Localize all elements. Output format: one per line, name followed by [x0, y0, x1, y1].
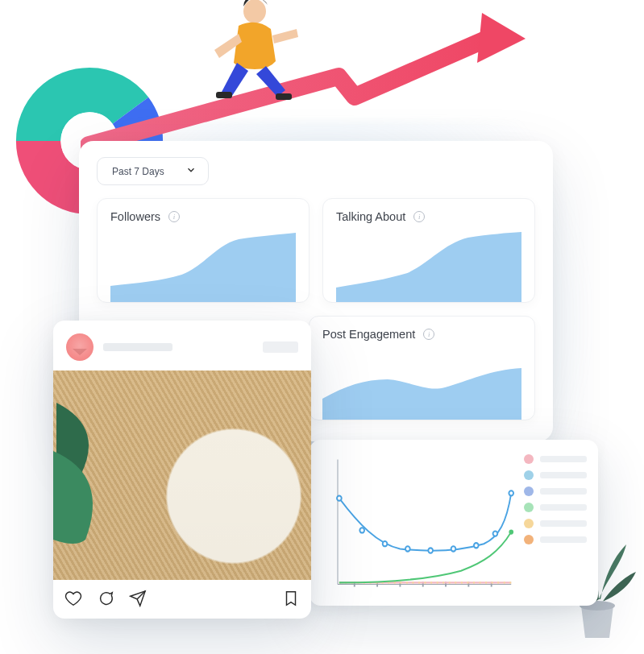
followers-sparkline	[110, 230, 296, 302]
avatar[interactable]	[66, 333, 93, 361]
plant-leaf-decor	[53, 395, 121, 556]
followers-title: Followers	[110, 210, 160, 223]
legend-item	[524, 486, 587, 496]
info-icon[interactable]: i	[168, 211, 180, 222]
talking-about-title: Talking About	[336, 210, 405, 223]
send-icon[interactable]	[129, 590, 147, 607]
followers-card: Followers i	[97, 198, 310, 303]
legend-item	[524, 470, 587, 480]
post-engagement-title: Post Engagement	[322, 328, 415, 341]
post-engagement-sparkline	[322, 347, 521, 420]
svg-point-22	[451, 546, 456, 551]
header-placeholder	[263, 341, 298, 353]
date-range-select[interactable]: Past 7 Days	[97, 157, 209, 185]
talking-about-card: Talking About i	[322, 198, 535, 303]
svg-point-24	[493, 531, 498, 536]
svg-point-4	[243, 0, 266, 23]
person-illustration	[198, 0, 303, 130]
svg-point-18	[359, 528, 364, 532]
svg-rect-6	[276, 93, 292, 100]
info-icon[interactable]: i	[413, 211, 425, 222]
legend-item	[524, 503, 587, 512]
svg-point-17	[337, 495, 342, 500]
svg-point-23	[474, 543, 479, 548]
legend-item	[524, 454, 587, 464]
post-actions	[53, 580, 311, 619]
post-engagement-card: Post Engagement i	[309, 316, 535, 420]
chevron-down-icon	[185, 164, 197, 178]
bookmark-icon[interactable]	[282, 590, 300, 607]
chart-legend	[524, 451, 587, 594]
legend-item	[524, 519, 587, 528]
svg-rect-5	[216, 92, 232, 98]
post-image[interactable]	[53, 370, 311, 580]
post-header	[53, 321, 311, 370]
social-post-card	[53, 321, 311, 619]
heart-icon[interactable]	[64, 590, 82, 607]
svg-point-16	[509, 529, 513, 534]
line-chart-card	[310, 440, 598, 606]
username-placeholder	[103, 343, 172, 351]
date-range-label: Past 7 Days	[112, 166, 164, 177]
comment-icon[interactable]	[97, 590, 114, 607]
line-chart	[324, 451, 514, 594]
svg-point-20	[405, 546, 410, 551]
info-icon[interactable]: i	[423, 329, 434, 340]
svg-point-19	[383, 541, 388, 546]
svg-point-21	[428, 548, 433, 553]
legend-item	[524, 535, 587, 544]
talking-about-sparkline	[336, 230, 521, 302]
svg-point-25	[509, 490, 513, 495]
